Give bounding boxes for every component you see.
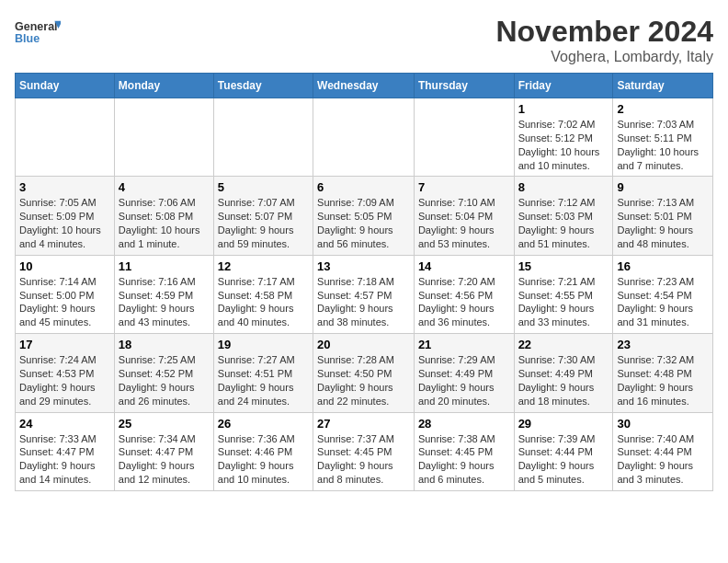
day-info: Sunrise: 7:06 AM Sunset: 5:08 PM Dayligh… <box>119 196 210 250</box>
day-cell: 27Sunrise: 7:37 AM Sunset: 4:45 PM Dayli… <box>313 412 415 490</box>
day-info: Sunrise: 7:33 AM Sunset: 4:47 PM Dayligh… <box>19 432 110 487</box>
day-info: Sunrise: 7:29 AM Sunset: 4:49 PM Dayligh… <box>418 353 510 408</box>
day-cell: 22Sunrise: 7:30 AM Sunset: 4:49 PM Dayli… <box>514 334 613 412</box>
day-cell: 20Sunrise: 7:28 AM Sunset: 4:50 PM Dayli… <box>313 334 415 412</box>
day-number: 19 <box>218 338 309 351</box>
day-cell: 7Sunrise: 7:10 AM Sunset: 5:04 PM Daylig… <box>414 177 514 255</box>
day-number: 17 <box>19 338 110 351</box>
day-cell: 5Sunrise: 7:07 AM Sunset: 5:07 PM Daylig… <box>213 177 313 255</box>
day-number: 4 <box>119 180 210 194</box>
day-info: Sunrise: 7:05 AM Sunset: 5:09 PM Dayligh… <box>19 196 110 250</box>
svg-text:General: General <box>15 20 58 33</box>
day-cell: 4Sunrise: 7:06 AM Sunset: 5:08 PM Daylig… <box>114 177 213 255</box>
svg-text:Blue: Blue <box>15 32 40 45</box>
day-cell <box>16 98 115 177</box>
day-cell: 8Sunrise: 7:12 AM Sunset: 5:03 PM Daylig… <box>514 177 613 255</box>
day-number: 23 <box>617 338 709 351</box>
day-cell: 19Sunrise: 7:27 AM Sunset: 4:51 PM Dayli… <box>213 334 313 412</box>
day-info: Sunrise: 7:36 AM Sunset: 4:46 PM Dayligh… <box>218 432 309 487</box>
day-cell: 29Sunrise: 7:39 AM Sunset: 4:44 PM Dayli… <box>514 412 613 490</box>
day-info: Sunrise: 7:13 AM Sunset: 5:01 PM Dayligh… <box>617 196 709 250</box>
day-cell: 16Sunrise: 7:23 AM Sunset: 4:54 PM Dayli… <box>613 255 713 333</box>
day-info: Sunrise: 7:07 AM Sunset: 5:07 PM Dayligh… <box>218 196 309 250</box>
day-number: 26 <box>218 417 309 431</box>
day-cell: 12Sunrise: 7:17 AM Sunset: 4:58 PM Dayli… <box>213 255 313 333</box>
day-info: Sunrise: 7:39 AM Sunset: 4:44 PM Dayligh… <box>518 432 609 487</box>
day-number: 7 <box>418 180 510 194</box>
col-header-wednesday: Wednesday <box>313 74 415 98</box>
day-cell: 30Sunrise: 7:40 AM Sunset: 4:44 PM Dayli… <box>613 412 713 490</box>
day-number: 6 <box>317 180 410 194</box>
calendar-table: SundayMondayTuesdayWednesdayThursdayFrid… <box>15 73 713 491</box>
day-cell: 2Sunrise: 7:03 AM Sunset: 5:11 PM Daylig… <box>613 98 713 177</box>
day-number: 20 <box>317 338 410 351</box>
day-info: Sunrise: 7:28 AM Sunset: 4:50 PM Dayligh… <box>317 353 410 408</box>
day-cell: 24Sunrise: 7:33 AM Sunset: 4:47 PM Dayli… <box>16 412 115 490</box>
day-number: 30 <box>617 417 709 431</box>
day-cell: 17Sunrise: 7:24 AM Sunset: 4:53 PM Dayli… <box>16 334 115 412</box>
day-info: Sunrise: 7:20 AM Sunset: 4:56 PM Dayligh… <box>418 275 510 329</box>
day-cell: 3Sunrise: 7:05 AM Sunset: 5:09 PM Daylig… <box>16 177 115 255</box>
day-number: 18 <box>119 338 210 351</box>
day-number: 14 <box>418 259 510 273</box>
day-cell: 28Sunrise: 7:38 AM Sunset: 4:45 PM Dayli… <box>414 412 514 490</box>
day-cell: 26Sunrise: 7:36 AM Sunset: 4:46 PM Dayli… <box>213 412 313 490</box>
day-info: Sunrise: 7:16 AM Sunset: 4:59 PM Dayligh… <box>119 275 210 329</box>
day-number: 12 <box>218 259 309 273</box>
col-header-tuesday: Tuesday <box>213 74 313 98</box>
day-number: 11 <box>119 259 210 273</box>
day-number: 15 <box>518 259 609 273</box>
day-info: Sunrise: 7:02 AM Sunset: 5:12 PM Dayligh… <box>518 118 609 172</box>
week-row-2: 3Sunrise: 7:05 AM Sunset: 5:09 PM Daylig… <box>16 177 713 255</box>
day-number: 16 <box>617 259 709 273</box>
day-info: Sunrise: 7:38 AM Sunset: 4:45 PM Dayligh… <box>418 432 510 487</box>
day-info: Sunrise: 7:32 AM Sunset: 4:48 PM Dayligh… <box>617 353 709 408</box>
col-header-monday: Monday <box>114 74 213 98</box>
day-number: 27 <box>317 417 410 431</box>
day-number: 29 <box>518 417 609 431</box>
day-number: 13 <box>317 259 410 273</box>
day-number: 24 <box>19 417 110 431</box>
day-info: Sunrise: 7:17 AM Sunset: 4:58 PM Dayligh… <box>218 275 309 329</box>
day-number: 9 <box>617 180 709 194</box>
day-cell: 23Sunrise: 7:32 AM Sunset: 4:48 PM Dayli… <box>613 334 713 412</box>
day-cell <box>313 98 415 177</box>
calendar-header-row: SundayMondayTuesdayWednesdayThursdayFrid… <box>16 74 713 98</box>
day-cell: 18Sunrise: 7:25 AM Sunset: 4:52 PM Dayli… <box>114 334 213 412</box>
day-cell: 1Sunrise: 7:02 AM Sunset: 5:12 PM Daylig… <box>514 98 613 177</box>
day-info: Sunrise: 7:34 AM Sunset: 4:47 PM Dayligh… <box>119 432 210 487</box>
day-number: 2 <box>617 102 709 116</box>
month-title: November 2024 <box>495 15 713 49</box>
col-header-sunday: Sunday <box>16 74 115 98</box>
day-cell: 6Sunrise: 7:09 AM Sunset: 5:05 PM Daylig… <box>313 177 415 255</box>
day-info: Sunrise: 7:37 AM Sunset: 4:45 PM Dayligh… <box>317 432 410 487</box>
day-info: Sunrise: 7:18 AM Sunset: 4:57 PM Dayligh… <box>317 275 410 329</box>
day-info: Sunrise: 7:03 AM Sunset: 5:11 PM Dayligh… <box>617 118 709 172</box>
day-cell: 21Sunrise: 7:29 AM Sunset: 4:49 PM Dayli… <box>414 334 514 412</box>
day-cell <box>114 98 213 177</box>
day-cell: 14Sunrise: 7:20 AM Sunset: 4:56 PM Dayli… <box>414 255 514 333</box>
day-info: Sunrise: 7:40 AM Sunset: 4:44 PM Dayligh… <box>617 432 709 487</box>
day-cell: 11Sunrise: 7:16 AM Sunset: 4:59 PM Dayli… <box>114 255 213 333</box>
day-cell: 25Sunrise: 7:34 AM Sunset: 4:47 PM Dayli… <box>114 412 213 490</box>
title-area: November 2024 Voghera, Lombardy, Italy <box>495 15 713 65</box>
location-title: Voghera, Lombardy, Italy <box>495 49 713 65</box>
day-info: Sunrise: 7:23 AM Sunset: 4:54 PM Dayligh… <box>617 275 709 329</box>
day-number: 3 <box>19 180 110 194</box>
day-cell: 10Sunrise: 7:14 AM Sunset: 5:00 PM Dayli… <box>16 255 115 333</box>
day-number: 28 <box>418 417 510 431</box>
day-cell <box>414 98 514 177</box>
day-info: Sunrise: 7:12 AM Sunset: 5:03 PM Dayligh… <box>518 196 609 250</box>
day-info: Sunrise: 7:25 AM Sunset: 4:52 PM Dayligh… <box>119 353 210 408</box>
col-header-saturday: Saturday <box>613 74 713 98</box>
day-info: Sunrise: 7:24 AM Sunset: 4:53 PM Dayligh… <box>19 353 110 408</box>
day-info: Sunrise: 7:30 AM Sunset: 4:49 PM Dayligh… <box>518 353 609 408</box>
week-row-5: 24Sunrise: 7:33 AM Sunset: 4:47 PM Dayli… <box>16 412 713 490</box>
week-row-4: 17Sunrise: 7:24 AM Sunset: 4:53 PM Dayli… <box>16 334 713 412</box>
day-info: Sunrise: 7:09 AM Sunset: 5:05 PM Dayligh… <box>317 196 410 250</box>
day-cell: 15Sunrise: 7:21 AM Sunset: 4:55 PM Dayli… <box>514 255 613 333</box>
day-cell <box>213 98 313 177</box>
day-number: 1 <box>518 102 609 116</box>
col-header-thursday: Thursday <box>414 74 514 98</box>
day-number: 21 <box>418 338 510 351</box>
